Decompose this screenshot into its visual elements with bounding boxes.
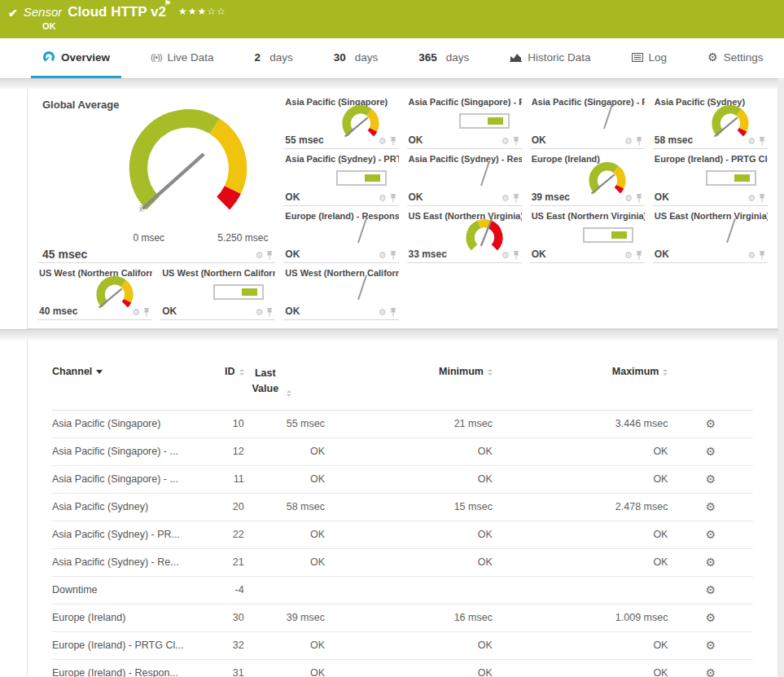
sort-arrows-icon[interactable] — [663, 369, 668, 376]
tab-historic-data[interactable]: Historic Data — [498, 38, 602, 78]
column-header-channel[interactable]: Channel — [52, 361, 205, 410]
channel-mini-panel[interactable]: Asia Pacific (Sydney) - Respo...OK⚙ — [407, 152, 522, 206]
tab-label: days — [355, 51, 379, 64]
pin-icon[interactable] — [513, 194, 519, 203]
gear-icon[interactable]: ⚙ — [501, 137, 510, 146]
tab-days[interactable]: 2days — [243, 38, 304, 78]
gear-icon[interactable]: ⚙ — [501, 251, 510, 260]
channel-mini-panel[interactable]: Asia Pacific (Sydney) - PRTG ...OK⚙ — [283, 152, 398, 206]
tab-days[interactable]: 365days — [407, 38, 480, 78]
tab-days[interactable]: 30days — [322, 38, 390, 78]
channel-settings-cell: ⚙ — [668, 659, 753, 677]
column-header-minimum[interactable]: Minimum — [325, 361, 493, 410]
gear-icon[interactable]: ⚙ — [255, 308, 263, 317]
channel-settings-gear-icon[interactable]: ⚙ — [705, 418, 716, 429]
pin-icon[interactable] — [390, 308, 396, 317]
channel-mini-panel[interactable]: US East (Northern Virginia) - ...OK⚙ — [653, 209, 768, 263]
table-row[interactable]: Europe (Ireland)3039 msec16 msec1.009 ms… — [52, 604, 753, 631]
tab-label: days — [269, 51, 293, 64]
tab-live-data[interactable]: ((•))Live Data — [139, 38, 226, 78]
settings-icon: ⚙ — [707, 51, 718, 63]
channel-settings-gear-icon[interactable]: ⚙ — [705, 529, 716, 540]
flag-icon[interactable]: ⚑ — [164, 0, 171, 7]
pin-icon[interactable] — [390, 194, 396, 203]
value-cell: 39 msec — [244, 604, 325, 631]
table-row[interactable]: Europe (Ireland) - Respon...31OKOKOK⚙ — [52, 659, 753, 677]
column-label: Minimum — [439, 366, 484, 377]
value-cell: OK — [493, 659, 668, 677]
table-row[interactable]: Downtime-4⚙ — [52, 576, 753, 604]
sort-caret-icon[interactable] — [96, 370, 103, 374]
table-row[interactable]: Asia Pacific (Singapore) - ...12OKOKOK⚙ — [52, 437, 753, 465]
channel-mini-panel[interactable]: US East (Northern Virginia) - ...OK⚙ — [530, 209, 645, 263]
tab-overview[interactable]: Overview — [31, 38, 121, 78]
sort-arrows-icon[interactable] — [239, 369, 244, 376]
channel-value: OK — [409, 134, 423, 146]
channel-mini-panel[interactable]: Asia Pacific (Singapore) - Res...OK⚙ — [530, 95, 645, 149]
channel-settings-gear-icon[interactable]: ⚙ — [705, 473, 716, 485]
column-header-id[interactable]: ID — [205, 361, 244, 410]
tab-settings[interactable]: ⚙Settings — [696, 38, 774, 78]
pin-icon[interactable] — [636, 194, 642, 203]
sort-arrows-icon[interactable] — [488, 369, 493, 376]
gear-icon[interactable]: ⚙ — [747, 251, 756, 260]
table-row[interactable]: Asia Pacific (Sydney) - Re...21OKOKOK⚙ — [52, 548, 753, 576]
column-header-last-value[interactable]: Last Value — [244, 361, 325, 410]
channel-mini-panel[interactable]: US East (Northern Virginia)33 msec⚙ — [407, 209, 522, 263]
value-cell: OK — [244, 437, 325, 465]
channel-mini-panel[interactable]: US West (Northern California)...OK⚙ — [283, 266, 398, 320]
priority-stars[interactable]: ★★★☆☆ — [178, 6, 226, 17]
channel-mini-panel[interactable]: Europe (Ireland) - PRTG Cloud...OK⚙ — [653, 152, 768, 206]
channel-settings-gear-icon[interactable]: ⚙ — [705, 667, 716, 677]
pin-icon[interactable] — [513, 137, 519, 146]
gear-icon[interactable]: ⚙ — [747, 194, 756, 203]
value-cell: 2.478 msec — [493, 493, 668, 521]
channel-settings-cell: ⚙ — [668, 576, 753, 604]
pin-icon[interactable] — [759, 194, 765, 203]
pin-icon[interactable] — [266, 308, 273, 317]
channel-settings-gear-icon[interactable]: ⚙ — [705, 556, 716, 568]
pin-icon[interactable] — [759, 137, 765, 146]
pin-icon[interactable] — [390, 251, 396, 260]
table-row[interactable]: Asia Pacific (Singapore)1055 msec21 msec… — [52, 410, 753, 437]
channel-mini-panel[interactable]: Europe (Ireland)39 msec⚙ — [530, 152, 645, 206]
pin-icon[interactable] — [513, 251, 519, 260]
channel-settings-gear-icon[interactable]: ⚙ — [705, 640, 716, 651]
gear-icon[interactable]: ⚙ — [379, 308, 387, 317]
gear-icon[interactable]: ⚙ — [624, 137, 633, 146]
gear-icon[interactable]: ⚙ — [379, 251, 387, 260]
table-row[interactable]: Asia Pacific (Singapore) - ...11OKOKOK⚙ — [52, 465, 753, 493]
pin-icon[interactable] — [390, 137, 396, 146]
table-row[interactable]: Europe (Ireland) - PRTG Cl...32OKOKOK⚙ — [52, 631, 753, 659]
column-header-maximum[interactable]: Maximum — [493, 361, 668, 410]
pin-icon[interactable] — [636, 251, 642, 260]
gear-icon[interactable]: ⚙ — [255, 251, 263, 260]
channel-mini-panel[interactable]: Asia Pacific (Singapore) - PR...OK⚙ — [407, 95, 522, 149]
channel-mini-panel[interactable]: US West (Northern California)40 msec⚙ — [37, 266, 152, 320]
sort-arrows-icon[interactable] — [287, 390, 321, 397]
channel-settings-gear-icon[interactable]: ⚙ — [705, 584, 716, 596]
channel-mini-panel[interactable]: US West (Northern California)...OK⚙ — [160, 266, 275, 320]
gear-icon[interactable]: ⚙ — [501, 194, 510, 203]
channel-settings-gear-icon[interactable]: ⚙ — [705, 446, 716, 457]
gear-icon[interactable]: ⚙ — [132, 308, 140, 317]
channel-settings-gear-icon[interactable]: ⚙ — [705, 501, 716, 512]
gear-icon[interactable]: ⚙ — [379, 137, 387, 146]
table-row[interactable]: Asia Pacific (Sydney)2058 msec15 msec2.4… — [52, 493, 753, 521]
channel-mini-panel[interactable]: Asia Pacific (Sydney)58 msec⚙ — [653, 95, 768, 149]
channel-title: Europe (Ireland) - Response C... — [285, 211, 398, 221]
pin-icon[interactable] — [266, 251, 273, 260]
gear-icon[interactable]: ⚙ — [379, 194, 387, 203]
gear-icon[interactable]: ⚙ — [624, 251, 633, 260]
gear-icon[interactable]: ⚙ — [747, 137, 756, 146]
channel-settings-gear-icon[interactable]: ⚙ — [705, 612, 716, 623]
channel-mini-panel[interactable]: Asia Pacific (Singapore)55 msec⚙ — [283, 95, 398, 149]
pin-icon[interactable] — [143, 308, 150, 317]
channel-mini-panel[interactable]: Europe (Ireland) - Response C...OK⚙ — [283, 209, 398, 263]
pin-icon[interactable] — [759, 251, 765, 260]
scrollbar-gutter[interactable] — [778, 78, 784, 677]
table-row[interactable]: Asia Pacific (Sydney) - PR...22OKOKOK⚙ — [52, 521, 753, 548]
pin-icon[interactable] — [636, 137, 642, 146]
gear-icon[interactable]: ⚙ — [624, 194, 633, 203]
tab-log[interactable]: Log — [620, 38, 679, 78]
